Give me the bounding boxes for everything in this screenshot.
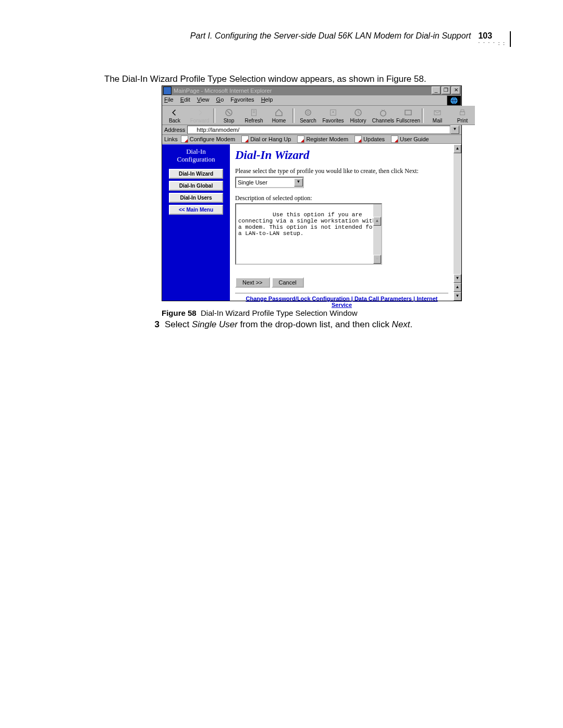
- cancel-button[interactable]: Cancel: [272, 277, 304, 288]
- figure-label: Figure 58: [162, 309, 197, 317]
- sidebar-btn-wizard[interactable]: Dial-In Wizard: [169, 169, 223, 179]
- sidebar-btn-global[interactable]: Dial-In Global: [169, 181, 223, 191]
- intro-paragraph: The Dial-In Wizard Profile Type Selectio…: [104, 73, 511, 85]
- fullscreen-icon: [403, 108, 413, 117]
- menu-file[interactable]: File: [164, 96, 174, 103]
- svg-point-7: [381, 110, 386, 116]
- footer-link-datacall[interactable]: Data Call Parameters: [354, 295, 412, 302]
- step-number: 3: [151, 319, 160, 330]
- description-text: Use this option if you are connecting vi…: [238, 212, 380, 237]
- back-arrow-icon: [169, 108, 180, 117]
- desc-scrollbar[interactable]: ▲ ▼: [373, 204, 381, 264]
- sidebar-title: Dial-InConfiguration: [162, 147, 230, 164]
- history-icon: [353, 108, 363, 117]
- prompt-text: Please select the type of profile you wo…: [235, 167, 448, 175]
- figure-caption: Dial-In Wizard Profile Type Selection Wi…: [201, 309, 358, 317]
- channels-icon: [378, 108, 388, 117]
- header-dots-icon: · · · · · ·· ·: [478, 42, 506, 46]
- home-icon: [274, 108, 284, 117]
- scroll-up-icon[interactable]: ▲: [454, 144, 461, 153]
- fullscreen-button[interactable]: Fullscreen: [396, 107, 421, 125]
- scroll-up-icon[interactable]: ▲: [454, 283, 461, 292]
- window-titlebar: MainPage - Microsoft Internet Explorer _…: [162, 86, 461, 95]
- description-textarea[interactable]: Use this option if you are connecting vi…: [235, 203, 382, 265]
- links-label: Links: [164, 136, 178, 142]
- sidebar-btn-main-menu[interactable]: << Main Menu: [169, 205, 223, 215]
- menu-help[interactable]: Help: [261, 96, 273, 103]
- refresh-button[interactable]: Refresh: [241, 107, 266, 125]
- stop-icon: [224, 108, 234, 117]
- history-button[interactable]: History: [346, 107, 371, 125]
- menu-edit[interactable]: Edit: [180, 96, 190, 103]
- page-header-title: Part I. Configuring the Server-side Dual…: [190, 31, 471, 41]
- print-icon: [457, 108, 468, 117]
- scroll-down-icon[interactable]: ▼: [454, 274, 461, 283]
- link-configure-modem[interactable]: Configure Modem: [181, 135, 235, 143]
- svg-rect-8: [405, 110, 411, 115]
- footer-link-password[interactable]: Change Password/Lock Configuration: [246, 295, 349, 302]
- home-button[interactable]: Home: [266, 107, 291, 125]
- forward-arrow-icon: [194, 108, 205, 117]
- link-user-guide[interactable]: User Guide: [391, 135, 429, 143]
- sidebar: Dial-InConfiguration Dial-In Wizard Dial…: [162, 144, 230, 301]
- scroll-down-icon: ▼: [373, 255, 381, 264]
- channels-button[interactable]: Channels: [371, 107, 396, 125]
- forward-button: Forward: [187, 107, 212, 125]
- ie-logo-icon: [447, 95, 461, 106]
- close-button[interactable]: ✕: [451, 87, 460, 94]
- link-register-modem[interactable]: Register Modem: [297, 135, 348, 143]
- link-icon: [181, 135, 188, 143]
- back-button[interactable]: Back: [162, 107, 187, 125]
- toolbar: Back Forward Stop Refresh Home Search Fa…: [162, 106, 475, 125]
- link-icon: [391, 135, 398, 143]
- mail-button[interactable]: Mail: [425, 107, 450, 125]
- search-button[interactable]: Search: [296, 107, 321, 125]
- favorites-button[interactable]: Favorites: [321, 107, 346, 125]
- minimize-button[interactable]: _: [432, 87, 440, 94]
- menu-bar: File Edit View Go Favorites Help: [162, 95, 447, 106]
- address-field[interactable]: http://lanmodem/: [187, 126, 450, 134]
- description-label: Description of selected option:: [235, 194, 448, 202]
- step-text: Select Single User from the drop-down li…: [165, 319, 412, 330]
- link-icon: [241, 135, 249, 143]
- svg-point-3: [305, 110, 311, 116]
- menu-view[interactable]: View: [197, 96, 210, 103]
- address-value: http://lanmodem/: [197, 127, 239, 133]
- next-button[interactable]: Next >>: [235, 277, 270, 288]
- sidebar-btn-users[interactable]: Dial-In Users: [169, 193, 223, 203]
- link-icon: [297, 135, 304, 143]
- menu-go[interactable]: Go: [216, 96, 224, 103]
- menu-favorites[interactable]: Favorites: [230, 96, 254, 103]
- link-updates[interactable]: Updates: [354, 135, 385, 143]
- main-panel: Dial-In Wizard Please select the type of…: [230, 144, 454, 301]
- print-button[interactable]: Print: [450, 107, 475, 125]
- select-value: Single User: [238, 179, 267, 186]
- address-label: Address: [164, 127, 185, 133]
- svg-rect-10: [460, 112, 465, 115]
- scroll-down-icon[interactable]: ▼: [454, 292, 461, 301]
- select-dropdown-icon[interactable]: ▼: [294, 178, 303, 187]
- link-icon: [354, 135, 362, 143]
- refresh-icon: [249, 108, 259, 117]
- page-heading: Dial-In Wizard: [235, 149, 448, 162]
- screenshot-window: MainPage - Microsoft Internet Explorer _…: [162, 85, 462, 301]
- link-dial-hangup[interactable]: Dial or Hang Up: [241, 135, 291, 143]
- profile-type-select[interactable]: Single User ▼: [235, 177, 304, 188]
- search-icon: [303, 108, 313, 117]
- ie-app-icon: [163, 87, 172, 95]
- svg-point-4: [307, 112, 310, 114]
- stop-button[interactable]: Stop: [216, 107, 241, 125]
- page-icon: [189, 127, 195, 132]
- window-title: MainPage - Microsoft Internet Explorer: [174, 88, 272, 94]
- favorites-icon: [328, 108, 338, 117]
- restore-button[interactable]: ❐: [442, 87, 450, 94]
- address-dropdown-icon[interactable]: ▼: [450, 126, 459, 134]
- page-scrollbar[interactable]: ▲ ▼ ▲ ▼: [454, 144, 461, 301]
- svg-rect-11: [461, 110, 464, 112]
- mail-icon: [432, 108, 443, 117]
- scroll-up-icon[interactable]: ▲: [373, 217, 381, 226]
